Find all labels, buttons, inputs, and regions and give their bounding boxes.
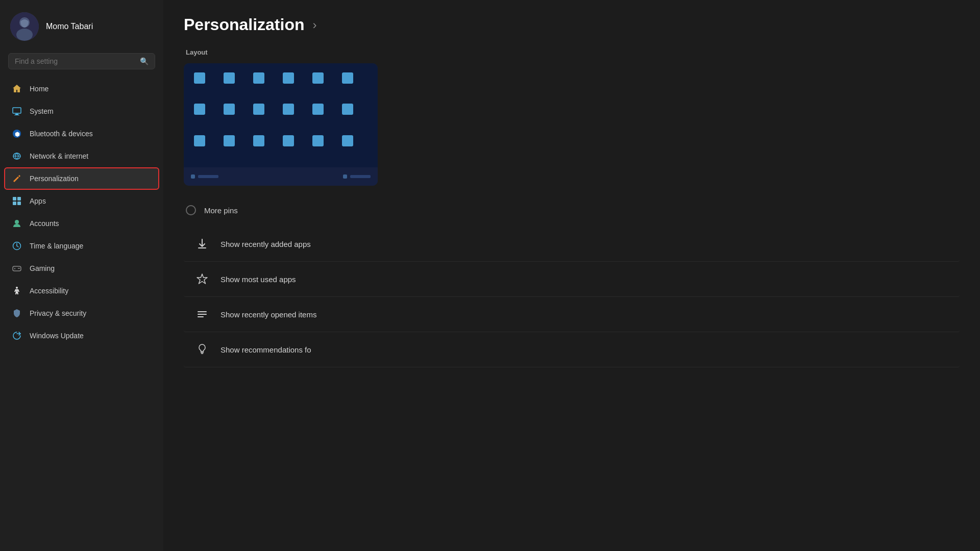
- gaming-icon: [11, 263, 22, 274]
- sidebar-item-accounts[interactable]: Accounts: [4, 212, 159, 235]
- preview-dot: [312, 135, 324, 146]
- sidebar: Momo Tabari 🔍 Home System: [0, 0, 163, 551]
- time-icon: [11, 240, 22, 252]
- privacy-icon: [11, 308, 22, 319]
- preview-dot: [342, 104, 353, 115]
- svg-point-14: [15, 220, 19, 224]
- system-icon: [11, 106, 22, 117]
- nav-list: Home System ⬢ Bluetooth & devices: [0, 78, 163, 551]
- preview-dot: [224, 135, 235, 146]
- option-most-used[interactable]: Show most used apps: [184, 262, 960, 297]
- preview-dot: [194, 135, 205, 146]
- preview-dot: [342, 135, 353, 146]
- taskbar-bar-2: [350, 175, 371, 178]
- option-recently-added-label: Show recently added apps: [220, 240, 311, 248]
- svg-rect-11: [17, 197, 21, 201]
- sidebar-item-gaming[interactable]: Gaming: [4, 257, 159, 280]
- search-box[interactable]: 🔍: [8, 53, 155, 69]
- search-icon: 🔍: [140, 57, 149, 65]
- preview-dot: [283, 72, 294, 84]
- more-pins-label: More pins: [204, 206, 238, 215]
- preview-dot: [194, 72, 205, 84]
- sidebar-item-accessibility-label: Accessibility: [30, 287, 68, 295]
- svg-rect-12: [13, 202, 16, 205]
- option-recommendations-label: Show recommendations fo: [220, 345, 311, 354]
- user-name: Momo Tabari: [46, 22, 93, 31]
- svg-text:⬢: ⬢: [15, 131, 20, 137]
- panel-header: Personalization ›: [184, 15, 960, 34]
- sidebar-item-accounts-label: Accounts: [30, 219, 59, 228]
- sidebar-item-apps[interactable]: Apps: [4, 190, 159, 212]
- sidebar-item-network-label: Network & internet: [30, 152, 88, 160]
- svg-point-2: [16, 29, 33, 41]
- preview-dot: [224, 72, 235, 84]
- taskbar-item: [191, 174, 218, 179]
- layout-preview-taskbar: [184, 167, 378, 186]
- sidebar-item-time-label: Time & language: [30, 242, 83, 250]
- preview-dot: [283, 135, 294, 146]
- home-icon: [11, 83, 22, 94]
- sidebar-item-apps-label: Apps: [30, 197, 46, 205]
- svg-point-21: [18, 268, 19, 269]
- layout-preview-screen: [184, 63, 378, 167]
- search-input[interactable]: [15, 57, 136, 65]
- preview-dot: [342, 72, 353, 84]
- preview-dot: [253, 104, 264, 115]
- sidebar-item-system-label: System: [30, 107, 54, 115]
- apps-icon: [11, 195, 22, 207]
- sidebar-item-update[interactable]: Windows Update: [4, 324, 159, 347]
- accounts-icon: [11, 218, 22, 229]
- preview-dot: [283, 104, 294, 115]
- sidebar-item-home[interactable]: Home: [4, 78, 159, 100]
- sidebar-item-network[interactable]: Network & internet: [4, 145, 159, 167]
- svg-rect-13: [17, 202, 21, 205]
- lightbulb-icon: [194, 341, 210, 358]
- sidebar-item-personalization-label: Personalization: [30, 174, 79, 183]
- sidebar-item-bluetooth[interactable]: ⬢ Bluetooth & devices: [4, 122, 159, 145]
- preview-dot: [253, 72, 264, 84]
- sidebar-item-bluetooth-label: Bluetooth & devices: [30, 130, 93, 138]
- right-panel: Personalization › Layout: [163, 0, 980, 551]
- svg-point-23: [16, 287, 18, 289]
- sidebar-item-personalization[interactable]: Personalization: [4, 167, 159, 190]
- sidebar-item-gaming-label: Gaming: [30, 264, 55, 272]
- sidebar-item-update-label: Windows Update: [30, 332, 84, 340]
- svg-rect-4: [13, 108, 21, 113]
- svg-point-22: [19, 268, 20, 269]
- more-pins-radio[interactable]: [186, 205, 196, 215]
- personalization-icon: [11, 173, 22, 184]
- panel-chevron: ›: [313, 18, 317, 32]
- sidebar-item-home-label: Home: [30, 85, 48, 93]
- taskbar-bar: [198, 175, 218, 178]
- star-icon: [194, 271, 210, 287]
- more-pins-row[interactable]: More pins: [184, 198, 960, 227]
- taskbar-item-2: [343, 174, 371, 179]
- avatar: [10, 12, 39, 41]
- user-profile[interactable]: Momo Tabari: [0, 0, 163, 51]
- preview-dot: [194, 104, 205, 115]
- option-recently-opened-label: Show recently opened items: [220, 310, 316, 319]
- taskbar-dot: [191, 174, 195, 179]
- svg-rect-6: [14, 115, 19, 115]
- option-recently-opened[interactable]: Show recently opened items: [184, 297, 960, 332]
- download-icon: [194, 236, 210, 252]
- option-recently-added[interactable]: Show recently added apps: [184, 227, 960, 262]
- preview-dot: [312, 104, 324, 115]
- layout-section-label: Layout: [186, 48, 960, 56]
- svg-rect-10: [13, 197, 16, 201]
- sidebar-item-accessibility[interactable]: Accessibility: [4, 280, 159, 302]
- preview-dot: [224, 104, 235, 115]
- layout-preview[interactable]: [184, 63, 378, 186]
- update-icon: [11, 330, 22, 341]
- preview-dot: [312, 72, 324, 84]
- list-icon: [194, 306, 210, 322]
- sidebar-item-privacy[interactable]: Privacy & security: [4, 302, 159, 324]
- svg-rect-5: [15, 114, 18, 115]
- svg-line-17: [17, 246, 18, 247]
- option-most-used-label: Show most used apps: [220, 275, 296, 284]
- bluetooth-icon: ⬢: [11, 128, 22, 139]
- sidebar-item-time[interactable]: Time & language: [4, 235, 159, 257]
- sidebar-item-system[interactable]: System: [4, 100, 159, 122]
- panel-title: Personalization: [184, 15, 305, 34]
- option-recommendations[interactable]: Show recommendations fo: [184, 332, 960, 367]
